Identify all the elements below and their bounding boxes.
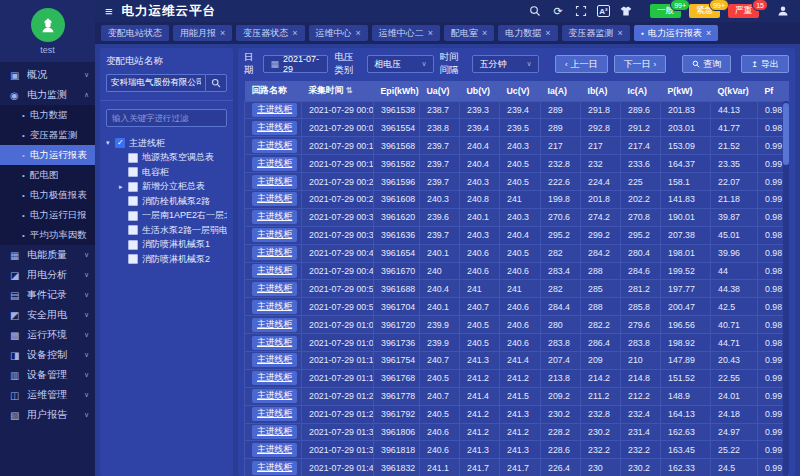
circuit-link[interactable]: 主进线柜 [252, 210, 297, 224]
voltage-type-select[interactable]: 相电压 ∨ [367, 55, 433, 73]
close-icon[interactable]: × [545, 28, 550, 38]
prev-day-button[interactable]: ‹上一日 [555, 55, 608, 73]
circuit-link[interactable]: 主进线柜 [252, 264, 297, 278]
station-search-input[interactable] [106, 74, 205, 92]
next-day-button[interactable]: 下一日› [614, 55, 667, 73]
circuit-link[interactable]: 主进线柜 [252, 389, 297, 403]
tab-配电室[interactable]: 配电室× [444, 25, 494, 41]
sidebar-item-变压器监测[interactable]: 变压器监测 [0, 125, 95, 145]
tab-运维中心[interactable]: 运维中心× [309, 25, 368, 41]
tree-node-一层南1APE2右一层北1APE1左[interactable]: 一层南1APE2右一层北1APE1左 [106, 209, 227, 224]
export-button[interactable]: ↥导出 [741, 55, 789, 73]
circuit-link[interactable]: 主进线柜 [252, 157, 297, 171]
sidebar-item-电力运行日报[interactable]: 电力运行日报 [0, 205, 95, 225]
sidebar-item-平均功率因数[interactable]: 平均功率因数 [0, 225, 95, 245]
tree-node-消防栓机械泵2路[interactable]: 消防栓机械泵2路 [106, 194, 227, 209]
search-icon[interactable] [528, 4, 542, 18]
alarm-badge[interactable]: 一般99+ [650, 4, 681, 18]
tree-checkbox[interactable] [128, 182, 138, 192]
close-icon[interactable]: × [618, 28, 623, 38]
tree-checkbox[interactable] [115, 138, 125, 148]
tree-checkbox[interactable] [128, 240, 138, 250]
sidebar-item-用户报告[interactable]: ▧用户报告∨ [0, 405, 95, 425]
caret-right-icon[interactable]: ▸ [119, 183, 128, 191]
query-button[interactable]: 查询 [682, 55, 731, 73]
circuit-link[interactable]: 主进线柜 [252, 175, 297, 189]
close-icon[interactable]: × [428, 28, 433, 38]
circuit-link[interactable]: 主进线柜 [252, 425, 297, 439]
close-icon[interactable]: × [356, 28, 361, 38]
tree-node-消防喷淋机械泵2[interactable]: 消防喷淋机械泵2 [106, 252, 227, 267]
circuit-link[interactable]: 主进线柜 [252, 443, 297, 457]
translate-icon[interactable]: A² [597, 5, 610, 17]
date-picker[interactable]: ▦ 2021-07-29 [263, 55, 328, 73]
sidebar-item-概况[interactable]: ▣概况∨ [0, 65, 95, 85]
sidebar-item-电力极值报表[interactable]: 电力极值报表 [0, 185, 95, 205]
circuit-link[interactable]: 主进线柜 [252, 103, 297, 117]
tree-checkbox[interactable] [128, 254, 138, 264]
tree-checkbox[interactable] [128, 225, 138, 235]
circuit-link[interactable]: 主进线柜 [252, 353, 297, 367]
circuit-link[interactable]: 主进线柜 [252, 371, 297, 385]
tree-checkbox[interactable] [128, 196, 138, 206]
circuit-link[interactable]: 主进线柜 [252, 192, 297, 206]
tree-node-电容柜[interactable]: 电容柜 [106, 165, 227, 180]
tree-checkbox[interactable] [128, 167, 138, 177]
sidebar-item-用电分析[interactable]: ◪用电分析∨ [0, 265, 95, 285]
circuit-link[interactable]: 主进线柜 [252, 246, 297, 260]
circuit-link[interactable]: 主进线柜 [252, 300, 297, 314]
user-icon[interactable] [776, 4, 790, 18]
tab-变配电站状态[interactable]: 变配电站状态 [101, 25, 169, 41]
tab-变压器监测[interactable]: 变压器监测× [562, 25, 630, 41]
tab-用能月报[interactable]: 用能月报× [173, 25, 232, 41]
circuit-link[interactable]: 主进线柜 [252, 336, 297, 350]
theme-icon[interactable] [619, 4, 633, 18]
sidebar-item-安全用电[interactable]: ◩安全用电∨ [0, 305, 95, 325]
sidebar-item-电力监测[interactable]: ◉电力监测∧ [0, 85, 95, 105]
scrollbar-thumb[interactable] [783, 103, 789, 165]
circuit-link[interactable]: 主进线柜 [252, 121, 297, 135]
close-icon[interactable]: × [220, 28, 225, 38]
tree-node-主进线柜[interactable]: ▾主进线柜 [106, 136, 227, 151]
sidebar-item-设备控制[interactable]: ◨设备控制∨ [0, 345, 95, 365]
circuit-link[interactable]: 主进线柜 [252, 139, 297, 153]
sidebar-item-电力数据[interactable]: 电力数据 [0, 105, 95, 125]
tree-node-新增分立柜总表[interactable]: ▸新增分立柜总表 [106, 180, 227, 195]
circuit-link[interactable]: 主进线柜 [252, 407, 297, 421]
tree-filter-input[interactable] [106, 109, 227, 127]
circuit-link[interactable]: 主进线柜 [252, 282, 297, 296]
sidebar-item-运维管理[interactable]: ◫运维管理∨ [0, 385, 95, 405]
tab-电力数据[interactable]: 电力数据× [498, 25, 557, 41]
column-header-采集时间[interactable]: 采集时间⇅ [302, 81, 374, 101]
tab-电力运行报表[interactable]: ●电力运行报表× [634, 25, 718, 41]
sidebar-item-设备管理[interactable]: ▥设备管理∨ [0, 365, 95, 385]
refresh-icon[interactable]: ⟳ [551, 4, 565, 18]
tree-node-地源热泵空调总表[interactable]: 地源热泵空调总表 [106, 151, 227, 166]
sort-icon[interactable]: ⇅ [346, 86, 353, 95]
user-profile[interactable]: test [0, 0, 95, 62]
tab-变压器状态[interactable]: 变压器状态× [236, 25, 304, 41]
close-icon[interactable]: × [292, 28, 297, 38]
fullscreen-icon[interactable] [574, 4, 588, 18]
sidebar-item-运行环境[interactable]: ▩运行环境∨ [0, 325, 95, 345]
circuit-link[interactable]: 主进线柜 [252, 318, 297, 332]
close-icon[interactable]: × [706, 28, 711, 38]
sidebar-item-电力运行报表[interactable]: 电力运行报表 [0, 145, 95, 165]
tab-运维中心二[interactable]: 运维中心二× [372, 25, 440, 41]
table-scrollbar[interactable] [783, 101, 789, 476]
menu-toggle-icon[interactable]: ≡ [105, 4, 113, 19]
tree-checkbox[interactable] [128, 153, 138, 163]
sidebar-item-配电图[interactable]: 配电图 [0, 165, 95, 185]
caret-down-icon[interactable]: ▾ [106, 139, 115, 147]
tree-node-消防喷淋机械泵1[interactable]: 消防喷淋机械泵1 [106, 238, 227, 253]
station-search-button[interactable] [205, 74, 227, 92]
tree-node-生活水泵2路一层弱电房[interactable]: 生活水泵2路一层弱电房 [106, 223, 227, 238]
sidebar-item-事件记录[interactable]: ▤事件记录∨ [0, 285, 95, 305]
close-icon[interactable]: × [482, 28, 487, 38]
interval-select[interactable]: 五分钟 ∨ [472, 55, 538, 73]
circuit-link[interactable]: 主进线柜 [252, 228, 297, 242]
circuit-link[interactable]: 主进线柜 [252, 461, 297, 475]
sidebar-item-电能质量[interactable]: ▦电能质量∨ [0, 245, 95, 265]
alarm-badge[interactable]: 严重15 [728, 4, 759, 18]
alarm-badge[interactable]: 紧急99+ [689, 4, 720, 18]
